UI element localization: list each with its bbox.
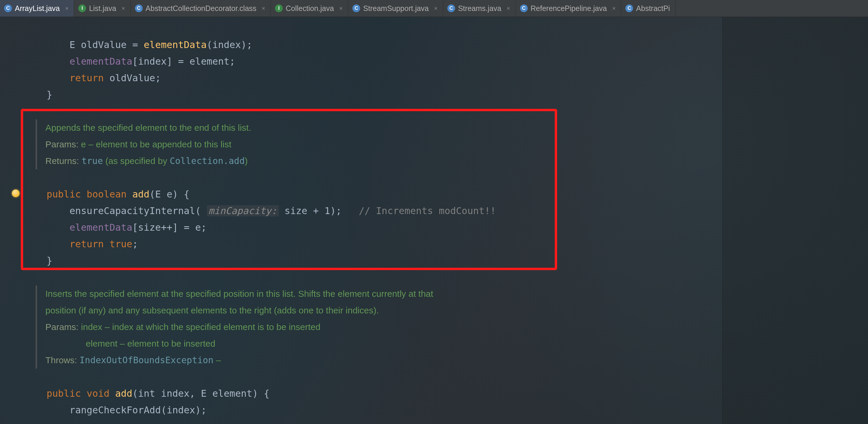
code-line: return oldValue; <box>24 72 161 84</box>
tab-label: ReferencePipeline.java <box>531 4 607 13</box>
javadoc-block: Inserts the specified element at the spe… <box>36 286 508 368</box>
class-icon: C <box>447 4 455 12</box>
code-line: } <box>24 89 52 100</box>
editor-tab-bar: C ArrayList.java × I List.java × C Abstr… <box>0 0 868 17</box>
tab-referencepipeline[interactable]: C ReferencePipeline.java × <box>516 0 621 17</box>
class-icon: C <box>4 4 12 12</box>
class-icon: C <box>625 4 633 12</box>
javadoc-params-label: Params: <box>45 322 79 332</box>
javadoc-summary: Appends the specified element to the end… <box>45 120 550 136</box>
inlay-hint: minCapacity: <box>207 205 279 217</box>
close-icon[interactable]: × <box>122 5 125 12</box>
code-editor[interactable]: E oldValue = elementData(index); element… <box>0 17 868 424</box>
code-line: elementData[index] = element; <box>24 56 235 67</box>
close-icon[interactable]: × <box>65 5 68 12</box>
javadoc-param: element – element to be inserted <box>86 338 215 348</box>
tab-abstractpi[interactable]: C AbstractPi <box>621 0 676 17</box>
close-icon[interactable]: × <box>434 5 438 12</box>
code-line: public void add(int index, E element) { <box>24 388 269 399</box>
blank-line <box>24 105 29 117</box>
tab-list[interactable]: I List.java × <box>74 0 130 17</box>
tab-label: AbstractPi <box>636 4 670 13</box>
class-icon: C <box>352 4 360 12</box>
javadoc-block: Appends the specified element to the end… <box>36 120 550 169</box>
tab-label: Collection.java <box>286 4 334 13</box>
code-line: public boolean add(E e) { <box>24 189 190 200</box>
code-line: ensureCapacityInternal( minCapacity: siz… <box>24 205 496 217</box>
tab-label: Streams.java <box>458 4 501 13</box>
javadoc-param: index – index at which the specified ele… <box>79 322 320 332</box>
javadoc-returns-label: Returns: <box>45 156 79 166</box>
code-line: rangeCheckForAdd(index); <box>24 404 207 416</box>
tab-abstractcollectiondecorator[interactable]: C AbstractCollectionDecorator.class × <box>131 0 271 17</box>
blank-line <box>24 271 29 283</box>
tab-streamsupport[interactable]: C StreamSupport.java × <box>348 0 443 17</box>
javadoc-throws-label: Throws: <box>45 355 77 365</box>
class-icon: C <box>135 4 143 12</box>
code-line: } <box>24 255 52 266</box>
javadoc-link[interactable]: IndexOutOfBoundsException <box>80 355 214 365</box>
code-line: E oldValue = elementData(index); <box>24 39 252 51</box>
close-icon[interactable]: × <box>339 5 343 12</box>
code-line: elementData[size++] = e; <box>24 222 207 233</box>
tab-label: List.java <box>89 4 116 13</box>
javadoc-return-value: true <box>82 156 103 166</box>
class-icon: C <box>520 4 528 12</box>
javadoc-summary: position (if any) and any subsequent ele… <box>45 302 508 319</box>
tab-label: AbstractCollectionDecorator.class <box>146 4 257 13</box>
code-line: return true; <box>24 238 138 250</box>
close-icon[interactable]: × <box>612 5 616 12</box>
tab-collection[interactable]: I Collection.java × <box>271 0 348 17</box>
code-content[interactable]: E oldValue = elementData(index); element… <box>24 20 856 424</box>
tab-label: ArrayList.java <box>15 4 60 13</box>
interface-icon: I <box>275 4 283 12</box>
tab-label: StreamSupport.java <box>363 4 429 13</box>
intention-bulb-icon[interactable] <box>12 190 20 197</box>
javadoc-params-label: Params: <box>45 139 79 149</box>
close-icon[interactable]: × <box>507 5 510 12</box>
tab-streams[interactable]: C Streams.java × <box>443 0 516 17</box>
close-icon[interactable]: × <box>261 5 265 12</box>
javadoc-link[interactable]: Collection.add <box>170 156 245 166</box>
javadoc-param: e – element to be appended to this list <box>79 139 231 149</box>
javadoc-summary: Inserts the specified element at the spe… <box>45 286 508 302</box>
blank-line <box>24 421 29 424</box>
interface-icon: I <box>78 4 86 12</box>
tab-arraylist[interactable]: C ArrayList.java × <box>0 0 74 17</box>
